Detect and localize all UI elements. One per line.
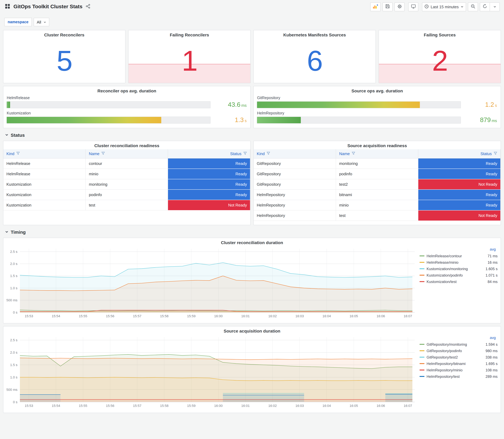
svg-text:16:03: 16:03: [295, 314, 304, 318]
timeseries-plot-wrap[interactable]: 15:5315:5415:5515:5615:5715:5815:5916:00…: [4, 335, 417, 410]
table-wrap: KindNameStatusHelmReleasecontourReadyHel…: [3, 149, 250, 212]
legend-series-name[interactable]: Kustomization/monitoring: [427, 267, 468, 271]
series-color-dash: [419, 256, 424, 256]
chart-panel-title[interactable]: Source acquisition duration: [3, 326, 501, 335]
table-wrap: KindNameStatusGitRepositorymonitoringRea…: [254, 149, 501, 222]
cell-kind: GitRepository: [254, 158, 336, 169]
zoom-out-time-button[interactable]: [468, 2, 478, 11]
series-color-dash: [419, 281, 424, 282]
chevron-down-icon: [43, 20, 46, 24]
gauge-panel-title[interactable]: Reconciler ops avg. duration: [3, 86, 250, 95]
bar-gauge-track: [257, 101, 461, 108]
chart-panel-title[interactable]: Cluster reconciliation duration: [3, 238, 501, 246]
legend-series-name[interactable]: HelmRepository/bitnami: [427, 361, 466, 366]
grid-icon: [5, 4, 10, 10]
cell-status: Ready: [418, 200, 501, 210]
svg-text:2.5 s: 2.5 s: [10, 338, 17, 342]
legend-avg-header[interactable]: avg: [419, 335, 498, 340]
svg-text:500 ms: 500 ms: [6, 298, 17, 302]
bar-gauge-label: GitRepository: [257, 96, 498, 100]
column-header-name[interactable]: Name: [86, 149, 168, 158]
legend-series-name[interactable]: HelmRepository/minio: [427, 368, 463, 372]
legend-series-avg: 289 ms: [485, 374, 498, 378]
column-header-name[interactable]: Name: [336, 149, 418, 158]
add-panel-button[interactable]: [370, 2, 381, 11]
cell-status: Ready: [168, 190, 250, 200]
legend-series-avg: 338 ms: [485, 355, 498, 359]
stat-panel-title[interactable]: Failing Sources: [379, 30, 501, 38]
column-header-status[interactable]: Status: [168, 149, 250, 158]
gear-icon: [397, 4, 402, 10]
bar-gauge-line: 1.2s: [257, 101, 498, 108]
variable-label: namespace: [4, 18, 32, 26]
legend-series-name[interactable]: HelmRelease/contour: [427, 254, 462, 258]
table-panel-title[interactable]: Cluster reconciliation readiness: [3, 141, 250, 149]
legend-series-name[interactable]: Kustomization/test: [427, 280, 456, 284]
legend-series-name[interactable]: GitRepository/podinfo: [427, 349, 462, 353]
bar-gauge-fill: [7, 101, 10, 108]
bar-gauge-fill: [7, 117, 161, 123]
legend-series-avg: 71 ms: [488, 254, 498, 258]
legend-avg-header[interactable]: avg: [419, 247, 498, 252]
stat-panel-title[interactable]: Kubernetes Manifests Sources: [254, 30, 375, 38]
bar-gauge-value: 43.6ms: [210, 101, 247, 108]
share-button[interactable]: [85, 3, 91, 10]
bar-gauge-label: HelmRepository: [257, 111, 498, 115]
legend-series-name[interactable]: Kustomization/podinfo: [427, 273, 463, 277]
cell-name: test2: [336, 179, 418, 190]
cell-kind: GitRepository: [254, 179, 336, 190]
variable-selected-value: All: [37, 20, 41, 24]
legend-series-avg: 1.605 s: [485, 267, 498, 271]
stat-panel-title[interactable]: Cluster Reconcilers: [3, 30, 125, 38]
svg-text:16:02: 16:02: [268, 314, 277, 318]
bar-gauge-value-number: 43.6: [228, 101, 241, 108]
tv-mode-button[interactable]: [408, 2, 418, 11]
svg-text:15:57: 15:57: [133, 314, 141, 318]
svg-text:15:57: 15:57: [133, 404, 141, 408]
section-row-status[interactable]: Status: [4, 132, 25, 138]
time-range-picker[interactable]: Last 15 minutes: [422, 2, 466, 11]
add-panel-icon: [373, 4, 378, 10]
section-row-timing[interactable]: Timing: [4, 229, 26, 235]
refresh-button[interactable]: [480, 2, 490, 11]
bar-gauge-value-number: 879: [480, 116, 491, 123]
legend-series-name[interactable]: GitRepository/monitoring: [427, 342, 467, 346]
legend-series-name[interactable]: HelmRepository/test: [427, 374, 460, 378]
timeseries-panel: Cluster reconciliation duration15:5315:5…: [3, 238, 501, 323]
dashboard-picker-button[interactable]: [4, 3, 11, 10]
svg-text:0 s: 0 s: [13, 311, 17, 314]
table-row: HelmReleasecontourReady: [3, 158, 250, 169]
cell-name: monitoring: [336, 158, 418, 169]
column-header-kind[interactable]: Kind: [3, 149, 86, 158]
legend-series-name[interactable]: GitRepository/test2: [427, 355, 458, 359]
variables-bar: namespace All: [0, 13, 504, 30]
legend-series-name[interactable]: HelmRelease/minio: [427, 260, 458, 265]
tables-row: Cluster reconciliation readinessKindName…: [3, 141, 501, 225]
bar-gauge-label: Kustomization: [7, 111, 247, 115]
timeseries-plot[interactable]: 15:5315:5415:5515:5615:5715:5815:5916:00…: [4, 246, 417, 319]
svg-text:15:54: 15:54: [52, 404, 60, 408]
column-header-status[interactable]: Status: [418, 149, 501, 158]
cell-status: Not Ready: [418, 179, 501, 190]
stat-panel-title[interactable]: Failing Reconcilers: [129, 30, 250, 38]
dashboard-settings-button[interactable]: [394, 2, 405, 11]
gauge-panel-title[interactable]: Source ops avg. duration: [254, 86, 501, 95]
svg-text:15:59: 15:59: [187, 404, 196, 408]
cell-status: Not Ready: [168, 200, 250, 210]
navbar-right: Last 15 minutes: [370, 2, 500, 11]
series-color-dash: [419, 370, 424, 370]
bar-gauge-label: HelmRelease: [7, 96, 247, 100]
chart-body: 15:5315:5415:5515:5615:5715:5815:5916:00…: [3, 246, 501, 321]
timeseries-plot-wrap[interactable]: 15:5315:5415:5515:5615:5715:5815:5916:00…: [4, 246, 417, 320]
column-header-label: Kind: [257, 151, 265, 156]
column-header-kind[interactable]: Kind: [254, 149, 336, 158]
save-dashboard-button[interactable]: [382, 2, 393, 11]
timeseries-plot[interactable]: 15:5315:5415:5515:5615:5715:5815:5916:00…: [4, 335, 417, 409]
refresh-interval-dropdown[interactable]: [490, 2, 500, 11]
variable-value-dropdown[interactable]: All: [34, 18, 49, 26]
bar-gauge-value: 1.3s: [210, 116, 247, 124]
svg-text:16:02: 16:02: [268, 404, 277, 408]
table-panel-title[interactable]: Source acquisition readiness: [254, 141, 501, 149]
column-header-inner: Status: [480, 151, 497, 156]
bar-gauge-value-unit: s: [495, 103, 497, 108]
